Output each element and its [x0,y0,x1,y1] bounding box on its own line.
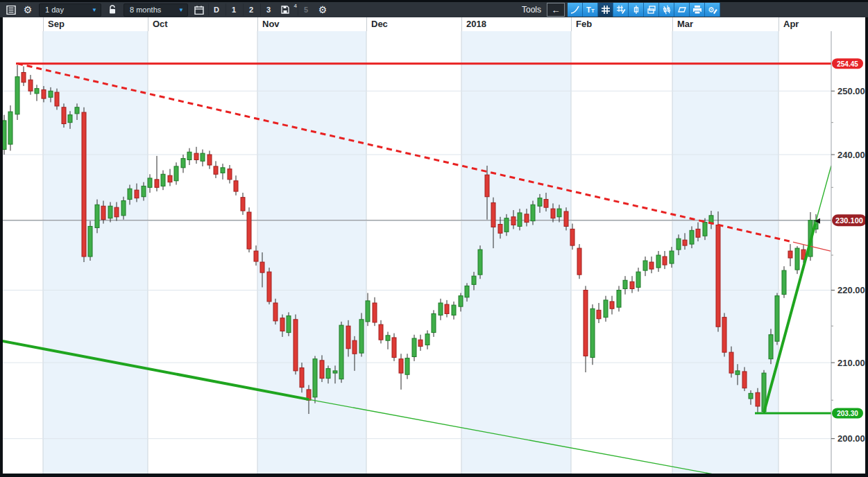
candle-body [432,313,436,332]
journal-icon[interactable] [3,3,19,16]
save-layout-icon[interactable]: 4 [278,3,296,16]
candle-body [366,301,370,322]
eraser-tool-icon[interactable] [674,3,690,17]
candle-body [643,261,647,270]
candle-body [293,320,298,371]
candle-body [551,209,555,218]
candle-body [696,229,700,237]
candle-body [194,153,198,159]
candle-body [663,257,667,265]
chart-toolbar: ⚙ 1 day ▼ 8 months ▼ D 1 2 3 4 5 [0,2,868,17]
candle-body [775,296,779,342]
candle-body [15,77,19,114]
candle-body [49,91,53,97]
gear-icon[interactable]: ⚙ [20,3,35,16]
trendline-tool-icon[interactable] [568,3,583,17]
candle-body [742,372,747,388]
candle-body [42,89,46,98]
candle-body [68,115,72,123]
interval-dropdown[interactable]: 1 day ▼ [39,3,101,17]
candle-body [722,318,726,352]
candle-body [498,225,502,234]
axis-label: 210.00 [837,358,865,368]
svg-text:T: T [591,8,595,14]
candle-body [280,318,284,331]
month-label: Feb [576,19,592,29]
layout-button-3[interactable]: 3 [260,3,276,16]
svg-text:T: T [586,6,591,14]
candle-body [228,169,232,180]
gear-icon[interactable]: ⚙ [315,3,330,16]
candle-body [207,155,212,165]
grid-edit-tool-icon[interactable] [613,3,629,17]
candle-body [604,300,608,318]
candle-body [670,251,674,263]
month-separator [43,17,44,31]
candle-body [135,190,139,198]
collapse-tools-button[interactable]: ← [547,3,565,17]
candle-body [636,272,640,287]
candle-body [491,202,495,227]
calendar-icon[interactable] [192,3,207,16]
grid-tool-icon[interactable] [598,3,613,17]
candle-body [504,218,509,232]
layout-button-2[interactable]: 2 [243,3,259,16]
layout-button-1[interactable]: 1 [225,3,241,16]
candle-body [439,303,443,315]
chart-settings-icon[interactable]: ⚙ [705,3,720,17]
candle-body [392,338,396,358]
candle-body [756,392,760,406]
pattern-candles-icon[interactable] [659,3,674,17]
candle-body [795,248,799,270]
candle-body [769,335,773,359]
candle-body [168,175,172,182]
candle-body [570,229,575,245]
candle-body [676,238,681,250]
layout-button-d[interactable]: D [208,3,224,16]
unlock-icon[interactable] [105,3,120,16]
text-tool-icon[interactable]: TT [583,3,598,17]
candlestick-tool-icon[interactable] [629,3,644,17]
month-separator [571,17,572,31]
candle-body [101,206,105,219]
month-axis-header[interactable]: SepOctNovDec2018FebMarApr [3,17,868,32]
month-separator [148,17,148,31]
range-dropdown[interactable]: 8 months ▼ [124,3,188,17]
layout-button-5[interactable]: 5 [298,3,314,16]
candle-body [174,166,178,181]
month-separator [366,17,367,31]
left-arrow-icon: ← [552,5,561,15]
candle-body [346,326,350,349]
save-slot-number: 4 [294,3,297,9]
candle-body [88,226,92,257]
month-separator [257,17,258,31]
month-label: Nov [262,19,280,29]
candle-body [114,207,119,217]
candle-body [703,223,707,236]
month-label: Oct [153,19,168,29]
print-icon[interactable] [690,3,705,17]
drawing-tools-strip: TT [568,3,720,17]
price-axis-background [831,31,868,474]
candle-body [373,303,377,322]
candle-body [333,371,337,373]
candle-body [300,368,304,388]
candle-body [597,310,601,318]
candle-body [452,305,456,315]
candle-body [75,107,79,114]
toolbar-tools-group: Tools ← TT [522,2,720,17]
candle-body [254,251,258,261]
candle-body [590,309,595,357]
candle-body [260,262,264,272]
windows-layout-icon[interactable] [644,3,659,17]
axis-label: 250.00 [837,86,865,96]
candle-body [55,92,59,106]
candle-body [577,248,581,275]
price-chart[interactable]: 250.00240.00220.00210.00200.00254.45230.… [3,31,868,474]
candle-body [538,198,542,207]
candle-body [161,174,165,186]
candle-body [352,340,357,354]
window-right-edge [865,17,868,474]
candle-body [399,359,403,373]
candle-body [313,359,317,397]
